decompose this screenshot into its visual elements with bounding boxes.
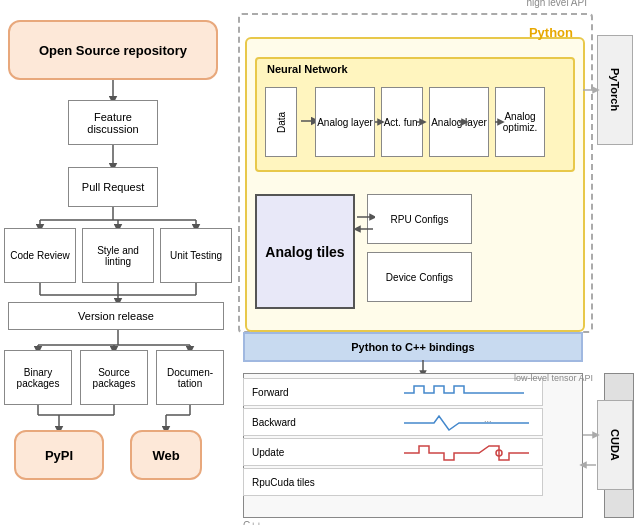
pypi-label: PyPI	[45, 448, 73, 463]
high-level-api-label: high level API	[526, 0, 587, 8]
data-box: Data	[265, 87, 297, 157]
forward-label: Forward	[252, 387, 289, 398]
low-level-api-label: low-level tensor API	[514, 373, 593, 383]
cpp-text: C++	[243, 520, 262, 525]
pull-request-box: Pull Request	[68, 167, 158, 207]
python-container: Python Neural Network Data Ana	[245, 37, 585, 332]
feature-label: Feature discussion	[69, 111, 157, 135]
documentation-box: Documen-tation	[156, 350, 224, 405]
cpp-label: C++	[243, 520, 262, 525]
version-release-box: Version release	[8, 302, 224, 330]
rpucuda-row: RpuCuda tiles	[243, 468, 543, 496]
documentation-label: Documen-tation	[157, 367, 223, 389]
source-packages-box: Source packages	[80, 350, 148, 405]
forward-wave	[404, 383, 534, 403]
code-review-box: Code Review	[4, 228, 76, 283]
bindings-box: Python to C++ bindings	[243, 332, 583, 362]
binary-packages-box: Binary packages	[4, 350, 72, 405]
analog-tiles-label: Analog tiles	[265, 244, 344, 260]
bindings-label: Python to C++ bindings	[351, 341, 474, 353]
cuda-label: CUDA	[609, 429, 621, 461]
pytorch-label: PyTorch	[609, 68, 621, 111]
update-wave	[404, 441, 534, 465]
device-configs-box: Device Configs	[367, 252, 472, 302]
backward-wave: ...	[404, 413, 534, 433]
source-packages-label: Source packages	[81, 367, 147, 389]
device-configs-label: Device Configs	[386, 272, 453, 283]
backward-label: Backward	[252, 417, 296, 428]
web-box: Web	[130, 430, 202, 480]
version-release-label: Version release	[78, 310, 154, 322]
left-panel: Open Source repository Feature discussio…	[0, 0, 240, 525]
feature-box: Feature discussion	[68, 100, 158, 145]
unit-testing-box: Unit Testing	[160, 228, 232, 283]
unit-testing-label: Unit Testing	[170, 250, 222, 261]
rpu-configs-box: RPU Configs	[367, 194, 472, 244]
diagram-container: Open Source repository Feature discussio…	[0, 0, 640, 525]
analog-tiles-box: Analog tiles	[255, 194, 355, 309]
style-linting-label: Style and linting	[83, 245, 153, 267]
update-row: Update	[243, 438, 543, 466]
pytorch-label-box: PyTorch	[597, 35, 633, 145]
data-label: Data	[276, 111, 287, 132]
rpucuda-label: RpuCuda tiles	[252, 477, 315, 488]
style-linting-box: Style and linting	[82, 228, 154, 283]
open-source-label: Open Source repository	[39, 43, 187, 58]
python-label: Python	[529, 25, 573, 40]
layer-arrows	[315, 59, 555, 174]
binary-packages-label: Binary packages	[5, 367, 71, 389]
open-source-box: Open Source repository	[8, 20, 218, 80]
code-review-label: Code Review	[10, 250, 69, 261]
high-level-container: high level API Python Neural Network Dat…	[238, 13, 593, 333]
right-panel: high level API Python Neural Network Dat…	[238, 5, 633, 523]
cuda-label-box: CUDA	[597, 400, 633, 490]
neural-network-box: Neural Network Data Analog layer	[255, 57, 575, 172]
low-level-text: low-level tensor API	[514, 373, 593, 383]
tiles-configs-arrow	[355, 209, 375, 239]
svg-text:...: ...	[484, 414, 492, 424]
forward-row: Forward	[243, 378, 543, 406]
rpu-configs-label: RPU Configs	[391, 214, 449, 225]
pull-request-label: Pull Request	[82, 181, 144, 193]
backward-row: Backward ...	[243, 408, 543, 436]
web-label: Web	[152, 448, 179, 463]
update-label: Update	[252, 447, 284, 458]
pypi-box: PyPI	[14, 430, 104, 480]
